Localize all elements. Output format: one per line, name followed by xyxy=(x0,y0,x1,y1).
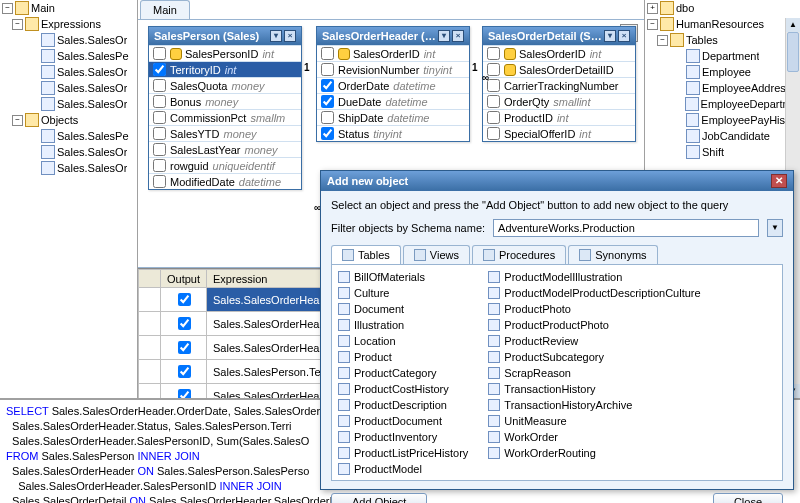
tree-table-item[interactable]: EmployeePayHistory xyxy=(645,112,800,128)
tree-group[interactable]: −Objects xyxy=(0,112,137,128)
tree-item[interactable]: Sales.SalesOr xyxy=(0,32,137,48)
row-handle[interactable] xyxy=(139,336,161,360)
collapse-icon[interactable]: − xyxy=(2,3,13,14)
column-checkbox[interactable] xyxy=(321,63,334,76)
row-handle[interactable] xyxy=(139,360,161,384)
output-checkbox[interactable] xyxy=(178,317,191,330)
object-list-item[interactable]: Culture xyxy=(338,285,468,300)
tree-root-main[interactable]: − Main xyxy=(0,0,137,16)
tree-table-item[interactable]: Shift xyxy=(645,144,800,160)
tree-table-item[interactable]: EmployeeAddress xyxy=(645,80,800,96)
tree-item[interactable]: Sales.SalesOr xyxy=(0,96,137,112)
table-column[interactable]: Statustinyint xyxy=(317,125,469,141)
table-column[interactable]: ShipDatedatetime xyxy=(317,109,469,125)
table-column[interactable]: SalesOrderDetailID xyxy=(483,61,635,77)
dropdown-icon[interactable]: ▼ xyxy=(767,219,783,237)
grid-header-output[interactable]: Output xyxy=(161,270,207,288)
expand-icon[interactable]: + xyxy=(647,3,658,14)
schema-filter-input[interactable] xyxy=(493,219,759,237)
column-checkbox[interactable] xyxy=(153,95,166,108)
table-column[interactable]: rowguiduniqueidentif xyxy=(149,157,301,173)
object-list-item[interactable]: ProductListPriceHistory xyxy=(338,445,468,460)
object-list-item[interactable]: TransactionHistory xyxy=(488,381,700,396)
output-checkbox[interactable] xyxy=(178,341,191,354)
table-box-header[interactable]: SalesPerson (Sales)▾× xyxy=(149,27,301,45)
object-list-item[interactable]: ProductProductPhoto xyxy=(488,317,700,332)
column-checkbox[interactable] xyxy=(487,127,500,140)
object-list-item[interactable]: ProductModelIllustration xyxy=(488,269,700,284)
table-box[interactable]: SalesPerson (Sales)▾×SalesPersonIDintTer… xyxy=(148,26,302,190)
row-handle[interactable] xyxy=(139,384,161,399)
dialog-tab-views[interactable]: Views xyxy=(403,245,470,264)
collapse-icon[interactable]: − xyxy=(647,19,658,30)
tree-item[interactable]: Sales.SalesOr xyxy=(0,144,137,160)
column-checkbox[interactable] xyxy=(153,111,166,124)
column-checkbox[interactable] xyxy=(321,47,334,60)
object-list-item[interactable]: Product xyxy=(338,349,468,364)
object-list-item[interactable]: ProductDescription xyxy=(338,397,468,412)
table-column[interactable]: SalesLastYearmoney xyxy=(149,141,301,157)
scroll-up-icon[interactable]: ▲ xyxy=(786,18,800,32)
column-checkbox[interactable] xyxy=(153,159,166,172)
table-column[interactable]: ProductIDint xyxy=(483,109,635,125)
table-column[interactable]: TerritoryIDint xyxy=(149,61,301,77)
object-list-item[interactable]: ProductPhoto xyxy=(488,301,700,316)
tree-item[interactable]: Sales.SalesOr xyxy=(0,64,137,80)
tree-node-dbo[interactable]: + dbo xyxy=(645,0,800,16)
table-box[interactable]: SalesOrderHeader (…▾×SalesOrderIDintRevi… xyxy=(316,26,470,142)
column-checkbox[interactable] xyxy=(321,79,334,92)
row-handle[interactable] xyxy=(139,312,161,336)
tree-node-tables[interactable]: − Tables xyxy=(645,32,800,48)
column-checkbox[interactable] xyxy=(487,47,500,60)
output-checkbox[interactable] xyxy=(178,389,191,398)
close-icon[interactable]: × xyxy=(452,30,464,42)
tree-table-item[interactable]: EmployeeDepartment xyxy=(645,96,800,112)
output-checkbox-cell[interactable] xyxy=(161,336,207,360)
object-list-item[interactable]: ProductReview xyxy=(488,333,700,348)
scroll-thumb[interactable] xyxy=(787,32,799,72)
table-column[interactable]: DueDatedatetime xyxy=(317,93,469,109)
dialog-tab-tables[interactable]: Tables xyxy=(331,245,401,264)
tree-table-item[interactable]: Department xyxy=(645,48,800,64)
column-checkbox[interactable] xyxy=(487,111,500,124)
object-list-item[interactable]: TransactionHistoryArchive xyxy=(488,397,700,412)
column-checkbox[interactable] xyxy=(487,95,500,108)
column-checkbox[interactable] xyxy=(153,175,166,188)
output-checkbox-cell[interactable] xyxy=(161,360,207,384)
main-tab[interactable]: Main xyxy=(140,0,190,19)
tree-group[interactable]: −Expressions xyxy=(0,16,137,32)
output-checkbox-cell[interactable] xyxy=(161,384,207,399)
table-column[interactable]: Bonusmoney xyxy=(149,93,301,109)
collapse-icon[interactable]: − xyxy=(657,35,668,46)
tree-table-item[interactable]: Employee xyxy=(645,64,800,80)
table-column[interactable]: ModifiedDatedatetime xyxy=(149,173,301,189)
table-box[interactable]: SalesOrderDetail (S…▾×SalesOrderIDintSal… xyxy=(482,26,636,142)
object-list-item[interactable]: ProductModelProductDescriptionCulture xyxy=(488,285,700,300)
tree-node-hr[interactable]: − HumanResources xyxy=(645,16,800,32)
tree-item[interactable]: Sales.SalesPe xyxy=(0,128,137,144)
object-list-item[interactable]: WorkOrderRouting xyxy=(488,445,700,460)
column-checkbox[interactable] xyxy=(153,127,166,140)
column-checkbox[interactable] xyxy=(153,63,166,76)
object-list-item[interactable]: ProductInventory xyxy=(338,429,468,444)
table-menu-icon[interactable]: ▾ xyxy=(604,30,616,42)
dialog-titlebar[interactable]: Add new object ✕ xyxy=(321,171,793,191)
row-handle[interactable] xyxy=(139,288,161,312)
object-list-item[interactable]: ProductDocument xyxy=(338,413,468,428)
close-icon[interactable]: × xyxy=(618,30,630,42)
object-list-item[interactable]: WorkOrder xyxy=(488,429,700,444)
table-column[interactable]: SpecialOfferIDint xyxy=(483,125,635,141)
object-list-item[interactable]: ProductModel xyxy=(338,461,468,476)
table-column[interactable]: SalesOrderIDint xyxy=(317,45,469,61)
collapse-icon[interactable]: − xyxy=(12,115,23,126)
output-checkbox-cell[interactable] xyxy=(161,312,207,336)
table-column[interactable]: OrderQtysmallint xyxy=(483,93,635,109)
column-checkbox[interactable] xyxy=(153,143,166,156)
table-column[interactable]: OrderDatedatetime xyxy=(317,77,469,93)
object-list-item[interactable]: ScrapReason xyxy=(488,365,700,380)
column-checkbox[interactable] xyxy=(153,47,166,60)
object-list-item[interactable]: ProductSubcategory xyxy=(488,349,700,364)
object-list-item[interactable]: BillOfMaterials xyxy=(338,269,468,284)
output-checkbox-cell[interactable] xyxy=(161,288,207,312)
object-list-item[interactable]: ProductCostHistory xyxy=(338,381,468,396)
